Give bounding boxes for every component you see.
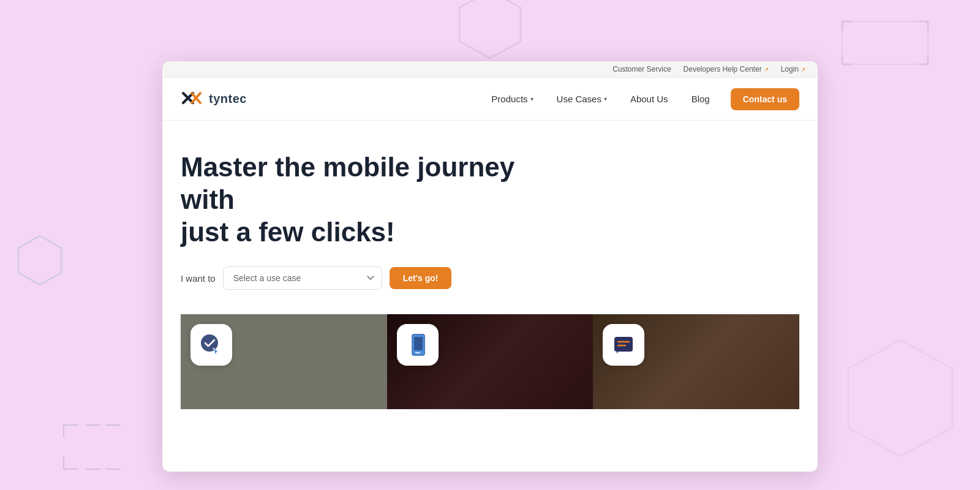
- logo-area[interactable]: tyntec: [181, 88, 247, 110]
- svg-rect-27: [414, 337, 423, 350]
- hero-title-line1: Master the mobile journey with: [181, 152, 514, 214]
- nav-blog-label: Blog: [692, 94, 710, 104]
- bracket-bottomleft-icon: [61, 423, 135, 472]
- hero-section: Master the mobile journey with just a fe…: [162, 121, 818, 472]
- login-external-icon: ↗: [801, 66, 805, 73]
- nav-about-us[interactable]: About Us: [622, 89, 677, 109]
- hex-left-icon: [12, 233, 67, 288]
- card-3-icon-wrapper: [603, 324, 644, 366]
- lets-go-button[interactable]: Let's go!: [390, 267, 452, 289]
- card-1: [181, 314, 387, 409]
- svg-marker-25: [213, 348, 221, 355]
- svg-rect-30: [614, 337, 633, 352]
- use-cases-chevron-icon: ▾: [604, 96, 607, 102]
- chat-lines-icon: [611, 332, 636, 358]
- use-case-select[interactable]: Select a use case: [223, 266, 382, 290]
- svg-rect-1: [842, 21, 928, 64]
- browser-window: Customer Service Developers Help Center …: [162, 61, 818, 472]
- mobile-icon: [405, 332, 431, 358]
- card-3: [593, 314, 799, 409]
- card-2-icon-wrapper: [397, 324, 439, 366]
- logo-icon: [181, 88, 203, 110]
- svg-point-24: [201, 334, 218, 352]
- nav-products[interactable]: Products ▾: [483, 89, 541, 109]
- external-link-icon: ↗: [764, 66, 769, 73]
- navbar: tyntec Products ▾ Use Cases ▾ About Us B…: [162, 78, 818, 121]
- products-chevron-icon: ▾: [530, 96, 533, 102]
- hero-title: Master the mobile journey with just a fe…: [181, 151, 548, 248]
- nav-products-label: Products: [491, 94, 527, 104]
- nav-blog[interactable]: Blog: [683, 89, 718, 109]
- top-utility-bar: Customer Service Developers Help Center …: [162, 61, 818, 78]
- hex-bottomright-icon: [839, 337, 962, 459]
- login-link[interactable]: Login ↗: [781, 65, 805, 74]
- hero-title-line2: just a few clicks!: [181, 217, 395, 247]
- contact-button[interactable]: Contact us: [731, 88, 799, 110]
- cards-row: [181, 314, 799, 409]
- card-2: [387, 314, 594, 409]
- logo-text: tyntec: [209, 92, 247, 106]
- hero-form: I want to Select a use case Let's go!: [181, 266, 799, 290]
- developers-help-label: Developers Help Center: [684, 65, 762, 74]
- customer-service-label: Customer Service: [612, 65, 671, 74]
- svg-rect-28: [415, 352, 420, 353]
- nav-about-us-label: About Us: [630, 94, 668, 104]
- svg-marker-19: [848, 340, 952, 456]
- customer-service-link[interactable]: Customer Service: [612, 65, 671, 74]
- svg-marker-0: [459, 0, 521, 58]
- nav-use-cases[interactable]: Use Cases ▾: [548, 89, 616, 109]
- hex-top-icon: [453, 0, 527, 61]
- nav-links: Products ▾ Use Cases ▾ About Us Blog Con…: [483, 88, 799, 110]
- login-label: Login: [781, 65, 799, 74]
- form-label: I want to: [181, 273, 216, 284]
- nav-use-cases-label: Use Cases: [557, 94, 601, 104]
- card-1-icon-wrapper: [190, 324, 232, 366]
- developers-help-link[interactable]: Developers Help Center ↗: [684, 65, 769, 74]
- svg-marker-10: [18, 236, 61, 285]
- checkmark-cursor-icon: [198, 332, 224, 358]
- bracket-topright-icon: [839, 18, 931, 67]
